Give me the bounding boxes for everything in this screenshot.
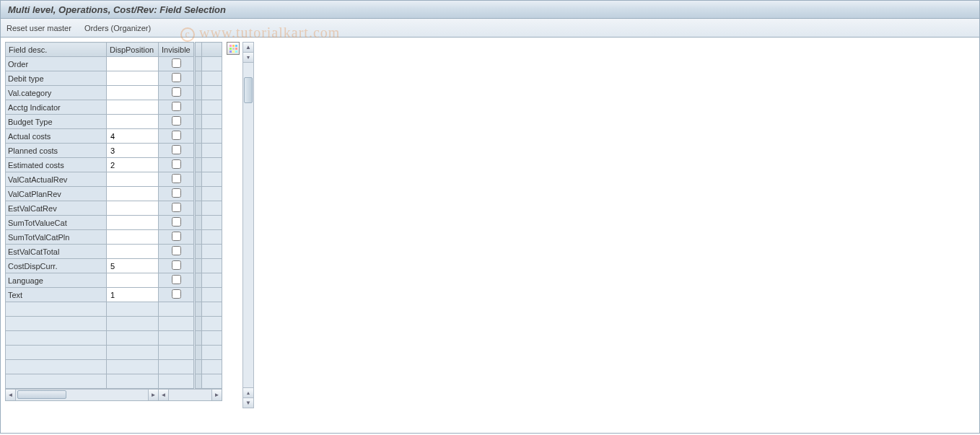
row-drag-handle[interactable] bbox=[195, 288, 202, 302]
orders-organizer-button[interactable]: Orders (Organizer) bbox=[84, 24, 151, 32]
field-desc-cell[interactable]: Budget Type bbox=[6, 115, 107, 129]
disp-position-input[interactable] bbox=[109, 73, 156, 84]
row-drag-handle[interactable] bbox=[195, 187, 202, 201]
horizontal-scrollbar-left[interactable]: ◄ ► bbox=[6, 389, 158, 400]
vertical-scrollbar[interactable]: ▲ ▾ ▴ ▼ bbox=[242, 42, 254, 408]
disp-position-input[interactable] bbox=[109, 289, 156, 301]
invisible-checkbox[interactable] bbox=[172, 145, 181, 154]
row-drag-handle[interactable] bbox=[195, 71, 202, 86]
field-desc-cell[interactable]: Acctg Indicator bbox=[6, 100, 107, 115]
disp-position-input[interactable] bbox=[109, 246, 156, 258]
invisible-cell[interactable] bbox=[159, 86, 195, 100]
disp-position-cell[interactable] bbox=[107, 273, 159, 288]
disp-position-input[interactable] bbox=[109, 232, 156, 243]
table-row[interactable]: Actual costs bbox=[6, 129, 222, 144]
row-drag-handle[interactable] bbox=[195, 129, 202, 144]
row-drag-handle[interactable] bbox=[195, 100, 202, 115]
invisible-checkbox[interactable] bbox=[172, 58, 181, 68]
scroll-page-up-icon[interactable]: ▾ bbox=[243, 53, 253, 63]
disp-position-cell[interactable] bbox=[107, 230, 159, 245]
disp-position-cell[interactable] bbox=[107, 144, 159, 158]
invisible-cell[interactable] bbox=[159, 71, 195, 86]
disp-position-input[interactable] bbox=[109, 188, 156, 200]
field-desc-cell[interactable]: SumTotValueCat bbox=[6, 216, 107, 230]
disp-position-cell[interactable] bbox=[107, 100, 159, 115]
invisible-cell[interactable] bbox=[159, 201, 195, 216]
column-header-field-desc[interactable]: Field desc. bbox=[6, 43, 107, 57]
disp-position-input[interactable] bbox=[109, 131, 156, 142]
invisible-cell[interactable] bbox=[159, 158, 195, 172]
table-row-empty[interactable] bbox=[6, 346, 222, 360]
invisible-checkbox[interactable] bbox=[172, 289, 181, 299]
vertical-scroll-thumb[interactable] bbox=[244, 77, 253, 103]
table-row[interactable]: Text bbox=[6, 288, 222, 302]
row-drag-handle[interactable] bbox=[195, 245, 202, 259]
field-desc-cell[interactable] bbox=[6, 317, 107, 331]
horizontal-scroll-thumb[interactable] bbox=[17, 390, 66, 399]
table-row[interactable]: Val.category bbox=[6, 86, 222, 100]
disp-position-cell[interactable] bbox=[107, 317, 159, 331]
invisible-cell[interactable] bbox=[159, 273, 195, 288]
scroll-page-down-icon[interactable]: ▴ bbox=[243, 387, 253, 397]
table-row[interactable]: ValCatActualRev bbox=[6, 172, 222, 187]
row-drag-handle[interactable] bbox=[195, 201, 202, 216]
row-drag-handle[interactable] bbox=[195, 158, 202, 172]
table-row[interactable]: Budget Type bbox=[6, 115, 222, 129]
field-desc-cell[interactable]: ValCatActualRev bbox=[6, 172, 107, 187]
invisible-cell[interactable] bbox=[159, 245, 195, 259]
invisible-cell[interactable] bbox=[159, 57, 195, 71]
invisible-checkbox[interactable] bbox=[172, 217, 181, 227]
column-resize-handle[interactable] bbox=[195, 43, 202, 57]
row-drag-handle[interactable] bbox=[195, 317, 202, 331]
field-desc-cell[interactable]: SumTotValCatPln bbox=[6, 230, 107, 245]
invisible-cell[interactable] bbox=[159, 374, 195, 389]
disp-position-input[interactable] bbox=[109, 58, 156, 70]
row-drag-handle[interactable] bbox=[195, 115, 202, 129]
invisible-cell[interactable] bbox=[159, 346, 195, 360]
row-drag-handle[interactable] bbox=[195, 230, 202, 245]
table-row-empty[interactable] bbox=[6, 374, 222, 389]
row-drag-handle[interactable] bbox=[195, 273, 202, 288]
invisible-cell[interactable] bbox=[159, 288, 195, 302]
row-drag-handle[interactable] bbox=[195, 259, 202, 273]
field-desc-cell[interactable]: EstValCatTotal bbox=[6, 245, 107, 259]
disp-position-cell[interactable] bbox=[107, 331, 159, 346]
field-desc-cell[interactable] bbox=[6, 360, 107, 374]
invisible-cell[interactable] bbox=[159, 302, 195, 317]
disp-position-input[interactable] bbox=[109, 87, 156, 99]
field-desc-cell[interactable]: Actual costs bbox=[6, 129, 107, 144]
disp-position-input[interactable] bbox=[109, 217, 156, 229]
disp-position-cell[interactable] bbox=[107, 201, 159, 216]
table-row[interactable]: SumTotValueCat bbox=[6, 216, 222, 230]
scroll-right-icon[interactable]: ► bbox=[211, 390, 222, 400]
invisible-cell[interactable] bbox=[159, 230, 195, 245]
table-row[interactable]: SumTotValCatPln bbox=[6, 230, 222, 245]
table-row[interactable]: EstValCatRev bbox=[6, 201, 222, 216]
field-desc-cell[interactable]: EstValCatRev bbox=[6, 201, 107, 216]
invisible-cell[interactable] bbox=[159, 129, 195, 144]
table-row[interactable]: EstValCatTotal bbox=[6, 245, 222, 259]
invisible-cell[interactable] bbox=[159, 216, 195, 230]
disp-position-cell[interactable] bbox=[107, 172, 159, 187]
invisible-checkbox[interactable] bbox=[172, 260, 181, 270]
invisible-cell[interactable] bbox=[159, 360, 195, 374]
row-drag-handle[interactable] bbox=[195, 216, 202, 230]
row-drag-handle[interactable] bbox=[195, 302, 202, 317]
disp-position-cell[interactable] bbox=[107, 360, 159, 374]
field-desc-cell[interactable] bbox=[6, 346, 107, 360]
table-row[interactable]: ValCatPlanRev bbox=[6, 187, 222, 201]
invisible-checkbox[interactable] bbox=[172, 87, 181, 97]
disp-position-input[interactable] bbox=[109, 203, 156, 214]
invisible-cell[interactable] bbox=[159, 144, 195, 158]
field-desc-cell[interactable] bbox=[6, 302, 107, 317]
field-desc-cell[interactable]: Val.category bbox=[6, 86, 107, 100]
invisible-cell[interactable] bbox=[159, 172, 195, 187]
invisible-cell[interactable] bbox=[159, 317, 195, 331]
field-desc-cell[interactable]: CostDispCurr. bbox=[6, 259, 107, 273]
disp-position-input[interactable] bbox=[109, 116, 156, 128]
scroll-left-icon[interactable]: ◄ bbox=[6, 390, 16, 400]
field-desc-cell[interactable]: Estimated costs bbox=[6, 158, 107, 172]
scroll-right-icon[interactable]: ► bbox=[148, 390, 158, 400]
table-row[interactable]: Acctg Indicator bbox=[6, 100, 222, 115]
row-drag-handle[interactable] bbox=[195, 172, 202, 187]
